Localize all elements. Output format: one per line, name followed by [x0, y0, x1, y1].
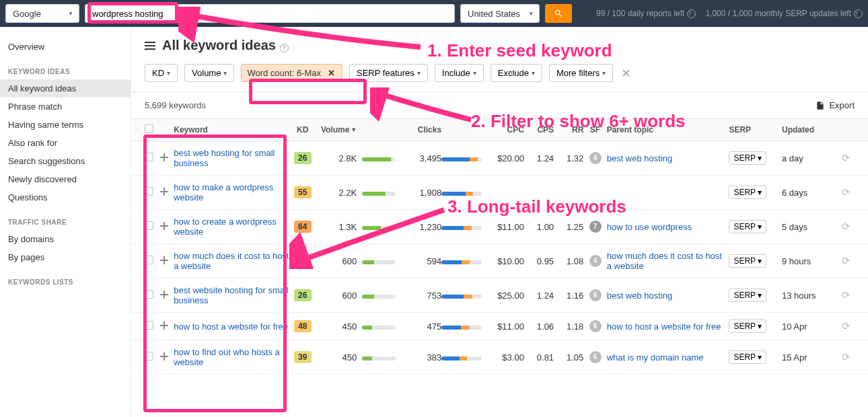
cpc-value: $3.00 [488, 352, 524, 363]
row-checkbox[interactable] [145, 256, 153, 264]
clicks-bar [441, 192, 482, 196]
search-icon [554, 9, 563, 18]
add-icon[interactable] [159, 321, 169, 330]
keyword-link[interactable]: how much does it cost to host a website [174, 251, 289, 271]
menu-icon[interactable] [145, 42, 155, 50]
serp-button[interactable]: SERP ▾ [729, 186, 766, 199]
filter-include[interactable]: Include [435, 64, 484, 82]
clear-filters-icon[interactable]: ✕ [621, 66, 631, 81]
sidebar-overview[interactable]: Overview [0, 38, 131, 56]
refresh-icon[interactable]: ⟳ [842, 351, 851, 363]
sidebar-item[interactable]: By domains [0, 230, 131, 248]
kd-badge: 26 [294, 289, 312, 301]
row-checkbox[interactable] [145, 221, 153, 230]
parent-topic-link[interactable]: how to host a website for free [607, 321, 721, 332]
filter-volume[interactable]: Volume [184, 64, 234, 82]
add-icon[interactable] [159, 153, 169, 162]
search-button[interactable] [545, 4, 572, 23]
sidebar-item[interactable]: Search suggestions [0, 152, 131, 170]
keyword-link[interactable]: how to create a wordpress website [174, 217, 276, 237]
kd-badge: 64 [294, 221, 312, 233]
serp-button[interactable]: SERP ▾ [729, 350, 766, 364]
clicks-value: 1,908 [402, 188, 441, 198]
refresh-icon[interactable]: ⟳ [842, 289, 851, 301]
refresh-icon[interactable]: ⟳ [842, 221, 851, 232]
serp-button[interactable]: SERP ▾ [729, 319, 766, 333]
clicks-bar [441, 356, 482, 361]
volume-bar [362, 356, 396, 361]
parent-topic-link[interactable]: how much does it cost to host a website [607, 251, 722, 271]
row-checkbox[interactable] [145, 321, 153, 330]
table-row: how to make a wordpress website552.2K1,9… [131, 176, 868, 210]
rr-value: 1.16 [554, 291, 583, 301]
row-checkbox[interactable] [145, 290, 153, 299]
cpc-value: $10.00 [488, 256, 524, 266]
filter-wordcount-chip[interactable]: Word count: 6-Max✕ [241, 64, 342, 82]
updated-value: 6 days [782, 188, 838, 198]
filter-serp[interactable]: SERP features [349, 64, 428, 82]
sidebar-item[interactable]: Also rank for [0, 134, 131, 152]
add-icon[interactable] [159, 290, 169, 299]
result-count: 5,699 keywords [145, 100, 206, 110]
keyword-link[interactable]: best website hosting for small business [174, 285, 289, 305]
sidebar-item[interactable]: Questions [0, 188, 131, 206]
refresh-icon[interactable]: ⟳ [842, 320, 851, 332]
filter-more[interactable]: More filters [549, 64, 613, 82]
keyword-link[interactable]: best web hosting for small business [174, 148, 275, 168]
parent-topic-link[interactable]: best web hosting [607, 291, 673, 301]
add-icon[interactable] [159, 221, 169, 231]
select-all-checkbox[interactable] [145, 124, 153, 133]
add-icon[interactable] [159, 187, 169, 196]
export-button[interactable]: Export [816, 100, 855, 110]
info-icon: ? [687, 9, 696, 18]
sidebar-item[interactable]: Phrase match [0, 98, 131, 116]
row-checkbox[interactable] [145, 187, 153, 196]
keyword-link[interactable]: how to host a website for free [174, 321, 288, 332]
parent-topic-link[interactable]: best web hosting [607, 153, 673, 163]
sidebar-item[interactable]: By pages [0, 248, 131, 266]
country-select[interactable]: United States [460, 4, 540, 23]
volume-bar [362, 295, 396, 299]
kd-badge: 55 [294, 186, 312, 198]
refresh-icon[interactable]: ⟳ [842, 186, 851, 198]
sidebar-header-traffic: TRAFFIC SHARE [0, 206, 131, 230]
filter-kd[interactable]: KD [145, 64, 178, 82]
serp-button[interactable]: SERP ▾ [729, 289, 766, 302]
sidebar-header-lists: KEYWORDS LISTS [0, 266, 131, 290]
updated-value: 5 days [782, 222, 838, 232]
sidebar-item[interactable]: Newly discovered [0, 170, 131, 188]
parent-topic-link[interactable]: how to use wordpress [607, 222, 692, 232]
row-checkbox[interactable] [145, 352, 153, 361]
serp-button[interactable]: SERP ▾ [729, 254, 766, 268]
clicks-value: 3,495 [402, 153, 441, 163]
rr-value: 1.18 [554, 321, 583, 332]
keyword-link[interactable]: how to make a wordpress website [174, 182, 273, 202]
parent-topic-link[interactable]: what is my domain name [607, 352, 704, 363]
row-checkbox[interactable] [145, 153, 153, 161]
volume-value: 450 [316, 321, 362, 332]
close-icon[interactable]: ✕ [326, 68, 336, 78]
filter-exclude[interactable]: Exclude [491, 64, 542, 82]
table-row: how to host a website for free48450475$1… [131, 313, 868, 340]
search-input[interactable] [85, 4, 455, 23]
rr-value: 1.25 [554, 222, 583, 232]
volume-value: 2.2K [316, 188, 362, 198]
export-icon [816, 101, 825, 110]
cps-value: 1.06 [524, 321, 554, 332]
serp-button[interactable]: SERP ▾ [729, 220, 766, 233]
add-icon[interactable] [159, 256, 169, 265]
sidebar-item[interactable]: All keyword ideas [0, 79, 131, 98]
main: All keyword ideas ? KD Volume Word count… [131, 27, 868, 417]
table-row: how to create a wordpress website641.3K1… [131, 210, 868, 244]
kd-badge: 39 [294, 351, 312, 363]
keyword-link[interactable]: how to find out who hosts a website [174, 347, 280, 367]
sidebar-item[interactable]: Having same terms [0, 116, 131, 134]
serp-button[interactable]: SERP ▾ [729, 151, 766, 165]
volume-value: 450 [316, 352, 362, 363]
add-icon[interactable] [159, 352, 169, 361]
refresh-icon[interactable]: ⟳ [842, 152, 851, 163]
refresh-icon[interactable]: ⟳ [842, 255, 851, 266]
table-row: how much does it cost to host a website2… [131, 244, 868, 278]
sort-desc-icon[interactable]: ▼ [351, 126, 357, 133]
engine-select[interactable]: Google [5, 4, 79, 23]
